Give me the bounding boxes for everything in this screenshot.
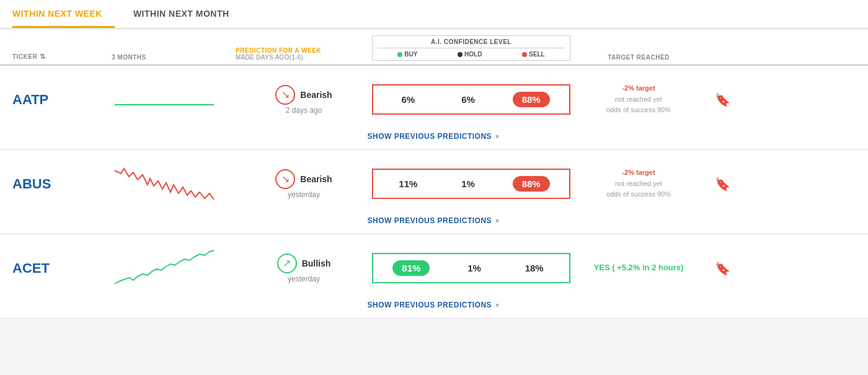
3months-header: 3 MONTHS <box>112 54 236 61</box>
show-previous-button[interactable]: SHOW PREVIOUS PREDICTIONS ▼ <box>12 211 856 234</box>
tab-bar: WITHIN NEXT WEEK WITHIN NEXT MONTH <box>0 0 868 29</box>
chevron-down-icon: ▼ <box>494 218 500 224</box>
chart-area <box>112 161 236 206</box>
stock-rows: AATP ↘ Bearish 2 days ago 6% 6% 88% -2% … <box>0 66 868 319</box>
signal-time: yesterday <box>288 275 320 283</box>
chevron-down-icon: ▼ <box>494 302 500 309</box>
prediction-sub-header: MADE DAYS AGO(1-6) <box>236 54 372 61</box>
signal-icon: ↘ <box>275 169 295 189</box>
target-cell: -2% targetnot reached yetodds of success… <box>570 167 707 200</box>
signal-text: Bearish <box>300 174 332 184</box>
ticker-name: AATP <box>12 92 112 108</box>
bookmark-cell[interactable]: 🔖 <box>707 177 738 192</box>
table-row: AATP ↘ Bearish 2 days ago 6% 6% 88% -2% … <box>0 66 868 150</box>
show-previous-label: SHOW PREVIOUS PREDICTIONS <box>368 132 492 141</box>
table-row: ABUS ↘ Bearish yesterday 11% 1% 88% -2% … <box>0 150 868 234</box>
stock-table: TICKER ⇅ 3 MONTHS PREDICTION FOR A WEEK … <box>0 29 868 319</box>
ticker-name: ABUS <box>12 176 112 192</box>
tab-within-next-month[interactable]: WITHIN NEXT MONTH <box>133 0 242 28</box>
bookmark-icon[interactable]: 🔖 <box>715 261 730 276</box>
prediction-cell: ↘ Bearish 2 days ago <box>236 85 372 115</box>
signal-time: yesterday <box>288 190 320 199</box>
ai-confidence-values: 11% 1% 88% <box>372 169 570 199</box>
tab-within-next-week[interactable]: WITHIN NEXT WEEK <box>12 0 115 28</box>
show-previous-button[interactable]: SHOW PREVIOUS PREDICTIONS ▼ <box>12 127 856 149</box>
bookmark-cell[interactable]: 🔖 <box>707 261 738 276</box>
signal-icon: ↘ <box>275 85 295 105</box>
table-row: ACET ↗ Bullish yesterday 81% 1% 18% YES … <box>0 234 868 319</box>
chart-area <box>112 77 236 122</box>
target-cell: YES ( +5.2% in 2 hours) <box>570 262 707 275</box>
prediction-cell: ↗ Bullish yesterday <box>236 254 372 283</box>
target-cell: -2% targetnot reached yetodds of success… <box>570 83 707 116</box>
ticker-header: TICKER ⇅ <box>12 53 112 61</box>
signal-time: 2 days ago <box>286 106 322 115</box>
target-header: TARGET REACHED <box>570 54 707 61</box>
ticker-name: ACET <box>12 260 112 276</box>
show-previous-label: SHOW PREVIOUS PREDICTIONS <box>368 216 492 225</box>
chevron-down-icon: ▼ <box>494 133 500 140</box>
ai-confidence-values: 81% 1% 18% <box>372 253 570 283</box>
show-previous-label: SHOW PREVIOUS PREDICTIONS <box>368 301 492 309</box>
prediction-cell: ↘ Bearish yesterday <box>236 169 372 199</box>
ai-confidence-header: A.I. CONFIDENCE LEVEL BUY HOLD SELL <box>372 35 570 61</box>
prediction-header: PREDICTION FOR A WEEK <box>236 47 372 54</box>
show-previous-button[interactable]: SHOW PREVIOUS PREDICTIONS ▼ <box>12 296 856 318</box>
ai-confidence-values: 6% 6% 88% <box>372 84 570 115</box>
bookmark-icon[interactable]: 🔖 <box>715 177 730 192</box>
signal-text: Bullish <box>302 258 331 268</box>
bookmark-cell[interactable]: 🔖 <box>707 92 738 107</box>
signal-icon: ↗ <box>277 254 297 273</box>
chart-area <box>112 245 236 291</box>
table-headers: TICKER ⇅ 3 MONTHS PREDICTION FOR A WEEK … <box>0 29 868 66</box>
bookmark-icon[interactable]: 🔖 <box>715 92 730 107</box>
signal-text: Bearish <box>300 90 332 100</box>
